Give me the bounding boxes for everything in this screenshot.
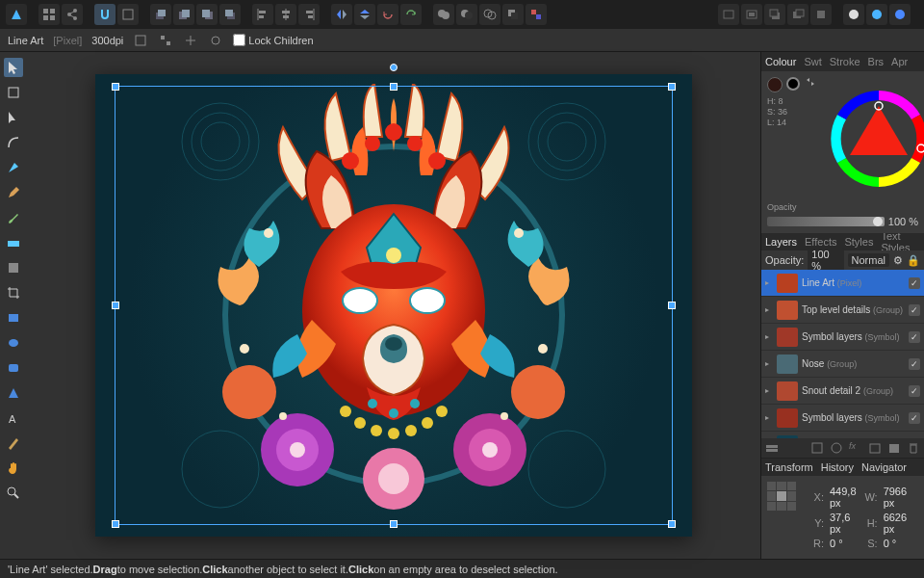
transform-h[interactable]: 6626 px bbox=[884, 512, 912, 535]
transform-y[interactable]: 37,6 px bbox=[830, 512, 859, 535]
insert-infront-icon[interactable] bbox=[787, 4, 808, 25]
order-front-icon[interactable] bbox=[219, 4, 241, 25]
insert-behind-icon[interactable] bbox=[764, 4, 785, 25]
transform-r[interactable]: 0 ° bbox=[830, 538, 859, 549]
align-right-icon[interactable] bbox=[298, 4, 320, 25]
persona-pixel-icon[interactable] bbox=[866, 4, 887, 25]
tab-brushes[interactable]: Brs bbox=[868, 56, 885, 67]
anchor-grid[interactable] bbox=[767, 482, 796, 511]
app-logo-icon[interactable] bbox=[6, 4, 27, 25]
persona-designer-icon[interactable] bbox=[843, 4, 864, 25]
text-tool-icon[interactable]: A bbox=[4, 408, 23, 428]
expand-arrow-icon[interactable]: ▸ bbox=[765, 359, 773, 368]
fx-layer-icon[interactable]: fx bbox=[849, 441, 862, 455]
bool-divide-icon[interactable] bbox=[526, 4, 547, 25]
layer-visible-checkbox[interactable]: ✓ bbox=[909, 385, 920, 397]
pen-tool-icon[interactable] bbox=[4, 158, 23, 177]
layer-row[interactable]: ▸Symbol layers (Symbol)✓ bbox=[761, 405, 924, 432]
layers-edit-all-icon[interactable] bbox=[765, 441, 779, 455]
crop-tool-icon[interactable] bbox=[4, 283, 23, 302]
context-op2-icon[interactable] bbox=[158, 33, 173, 48]
bool-intersect-icon[interactable] bbox=[479, 4, 500, 25]
swap-colors-icon[interactable] bbox=[806, 77, 815, 87]
fill-swatch[interactable] bbox=[767, 77, 783, 92]
artboard-tool-icon[interactable] bbox=[4, 83, 23, 102]
tab-layers[interactable]: Layers bbox=[765, 236, 797, 248]
persona-export-icon[interactable] bbox=[889, 4, 911, 25]
flip-v-icon[interactable] bbox=[354, 4, 375, 25]
adjustment-layer-icon[interactable] bbox=[830, 441, 843, 455]
expand-arrow-icon[interactable]: ▸ bbox=[765, 386, 773, 395]
ellipse-tool-icon[interactable] bbox=[4, 333, 23, 353]
fill-tool-icon[interactable] bbox=[4, 233, 23, 252]
transform-x[interactable]: 449,8 px bbox=[830, 486, 859, 509]
pencil-tool-icon[interactable] bbox=[4, 183, 23, 202]
context-op1-icon[interactable] bbox=[133, 33, 148, 48]
align-center-icon[interactable] bbox=[275, 4, 296, 25]
rotation-handle[interactable] bbox=[390, 64, 398, 71]
add-layer-icon[interactable] bbox=[868, 441, 882, 455]
artboard[interactable] bbox=[95, 74, 692, 537]
layer-visible-checkbox[interactable]: ✓ bbox=[909, 412, 920, 424]
tab-effects[interactable]: Effects bbox=[805, 236, 836, 248]
snap-settings-icon[interactable] bbox=[117, 4, 139, 25]
flip-h-icon[interactable] bbox=[331, 4, 352, 25]
align-left-icon[interactable] bbox=[252, 4, 273, 25]
view-grid-icon[interactable] bbox=[38, 4, 60, 25]
expand-arrow-icon[interactable]: ▸ bbox=[765, 413, 773, 422]
tab-colour[interactable]: Colour bbox=[765, 56, 796, 67]
tab-swatches[interactable]: Swt bbox=[804, 56, 821, 67]
zoom-tool-icon[interactable] bbox=[4, 484, 23, 503]
layer-row[interactable]: ▸Top level details (Group)✓ bbox=[761, 297, 924, 324]
transform-w[interactable]: 7966 px bbox=[884, 486, 912, 509]
layer-row[interactable]: ▸Symbol layers (Symbol)✓ bbox=[761, 324, 924, 351]
layer-row[interactable]: ▸Nose (Group)✓ bbox=[761, 351, 924, 378]
corner-tool-icon[interactable] bbox=[4, 133, 23, 152]
rounded-rect-tool-icon[interactable] bbox=[4, 358, 23, 378]
layers-gear-icon[interactable]: ⚙ bbox=[893, 254, 903, 267]
context-op4-icon[interactable] bbox=[208, 33, 223, 48]
bool-add-icon[interactable] bbox=[433, 4, 454, 25]
tab-history[interactable]: History bbox=[821, 461, 854, 473]
layer-visible-checkbox[interactable]: ✓ bbox=[909, 277, 920, 289]
mask-layer-icon[interactable] bbox=[810, 441, 824, 455]
delete-layer-icon[interactable] bbox=[907, 441, 920, 455]
insert-inside-icon[interactable] bbox=[741, 4, 762, 25]
tab-appearance[interactable]: Apr bbox=[891, 56, 908, 67]
layer-row[interactable]: ▸Tiles (Group)✓ bbox=[761, 432, 924, 438]
rectangle-tool-icon[interactable] bbox=[4, 308, 23, 328]
layer-row[interactable]: ▸Snout detail 2 (Group)✓ bbox=[761, 378, 924, 405]
hand-tool-icon[interactable] bbox=[4, 459, 23, 478]
context-op3-icon[interactable] bbox=[183, 33, 198, 48]
vector-brush-tool-icon[interactable] bbox=[4, 434, 23, 453]
triangle-tool-icon[interactable] bbox=[4, 383, 23, 403]
snap-toggle-icon[interactable] bbox=[94, 4, 116, 25]
node-tool-icon[interactable] bbox=[4, 108, 23, 127]
blend-mode-select[interactable]: Normal bbox=[848, 253, 889, 267]
transparency-tool-icon[interactable] bbox=[4, 258, 23, 277]
order-forward-icon[interactable] bbox=[196, 4, 218, 25]
canvas-area[interactable] bbox=[27, 52, 760, 559]
stroke-swatch[interactable] bbox=[786, 77, 800, 91]
order-backward-icon[interactable] bbox=[173, 4, 194, 25]
add-pixel-layer-icon[interactable] bbox=[887, 441, 901, 455]
tab-navigator[interactable]: Navigator bbox=[861, 461, 907, 473]
expand-arrow-icon[interactable]: ▸ bbox=[765, 332, 773, 341]
move-tool-icon[interactable] bbox=[4, 58, 23, 77]
tab-transform[interactable]: Transform bbox=[765, 461, 813, 473]
opacity-slider[interactable] bbox=[767, 217, 885, 226]
rotate-cw-icon[interactable] bbox=[400, 4, 422, 25]
order-back-icon[interactable] bbox=[150, 4, 171, 25]
tab-stroke[interactable]: Stroke bbox=[830, 56, 860, 67]
layers-lock-icon[interactable]: 🔒 bbox=[907, 254, 920, 267]
layer-visible-checkbox[interactable]: ✓ bbox=[909, 358, 920, 370]
tab-styles[interactable]: Styles bbox=[844, 236, 873, 248]
color-wheel[interactable] bbox=[821, 81, 924, 197]
brush-tool-icon[interactable] bbox=[4, 208, 23, 227]
layer-visible-checkbox[interactable]: ✓ bbox=[909, 304, 920, 316]
expand-arrow-icon[interactable]: ▸ bbox=[765, 305, 773, 314]
rotate-ccw-icon[interactable] bbox=[377, 4, 398, 25]
lock-children-toggle[interactable]: Lock Children bbox=[233, 34, 313, 46]
bool-xor-icon[interactable] bbox=[502, 4, 524, 25]
insert-symbol-icon[interactable] bbox=[810, 4, 832, 25]
